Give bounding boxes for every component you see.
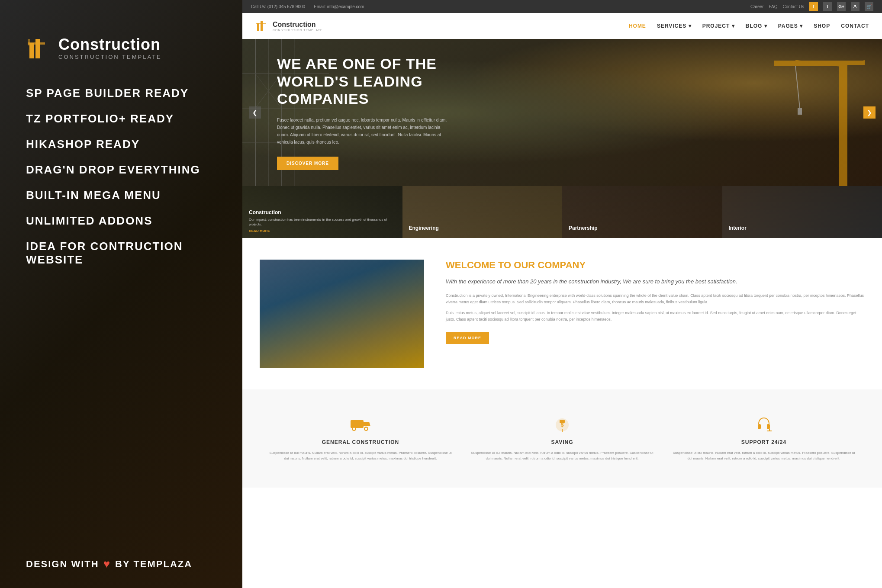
truck-icon (350, 415, 371, 433)
feature-card-2-title: Engineering (409, 225, 556, 231)
svg-rect-1 (35, 39, 40, 58)
footer-suffix: BY TEMPLAZA (115, 559, 192, 570)
feature-card-1-link[interactable]: READ MORE (249, 229, 396, 233)
hero-next-button[interactable]: ❯ (863, 106, 876, 119)
service-support: SUPPORT 24/24 Suspendisse ut dui mauris.… (663, 407, 865, 470)
topbar-email: Email: info@example.com (314, 4, 364, 9)
svg-rect-3 (28, 39, 30, 45)
topbar-right: Career FAQ Contact Us f t G+ 🛒 (750, 2, 873, 11)
svg-rect-21 (798, 108, 802, 115)
feature-card-partnership: Partnership (562, 186, 722, 238)
hero-description: Fusce laoreet nulla, pretium vel augue n… (277, 116, 450, 146)
nav-shop[interactable]: SHOP (814, 23, 830, 29)
feature-card-1-content: Construction Our impact: construction ha… (242, 204, 402, 238)
svg-rect-34 (767, 424, 770, 429)
nav-links: HOME SERVICES ▾ PROJECT ▾ BLOG ▾ PAGES ▾… (629, 23, 869, 29)
feature-card-interior: Interior (722, 186, 882, 238)
feature-7: IDEA FOR CONTRUCTION WEBSITE (26, 240, 216, 267)
services-section: GENERAL CONSTRUCTION Suspendisse ut dui … (242, 389, 882, 488)
svg-point-27 (353, 427, 355, 430)
welcome-heading: WELCOME TO OUR COMPANY (446, 260, 865, 271)
svg-point-4 (854, 5, 856, 6)
features-list: SP PAGE BUILDER READY TZ PORTFOLIO+ READ… (26, 87, 216, 267)
brand-text: Construction CONSTRUCTION TEMPLATE (58, 35, 162, 60)
service-3-text: Suspendisse ut dui mauris. Nullam erat v… (672, 450, 856, 462)
feature-5: BUILT-IN MEGA MENU (26, 189, 216, 202)
svg-text:$: $ (561, 422, 564, 428)
feature-2: TZ PORTFOLIO+ READY (26, 112, 216, 125)
nav-services[interactable]: SERVICES ▾ (657, 23, 692, 29)
svg-rect-17 (839, 61, 847, 186)
hero-title: WE ARE ONE OF THE WORLD'S LEADING COMPAN… (277, 55, 467, 108)
nav-contact[interactable]: CONTACT (841, 23, 869, 29)
service-3-title: SUPPORT 24/24 (672, 439, 856, 445)
main-navigation: Construction CONSTRUCTION TEMPLATE HOME … (242, 13, 882, 39)
footer-prefix: DESIGN WITH (26, 559, 99, 570)
twitter-icon[interactable]: t (823, 2, 832, 11)
svg-rect-33 (758, 424, 761, 429)
feature-card-2-content: Engineering (402, 220, 563, 238)
welcome-content: WELCOME TO OUR COMPANY With the experien… (446, 260, 865, 344)
nav-project[interactable]: PROJECT ▾ (702, 23, 735, 29)
google-icon[interactable]: G+ (837, 2, 846, 11)
svg-rect-5 (257, 23, 259, 31)
feature-cards-row: Construction Our impact: construction ha… (242, 186, 882, 238)
svg-rect-7 (256, 23, 266, 24)
nav-logo-text: Construction CONSTRUCTION TEMPLATE (273, 21, 323, 32)
svg-rect-2 (28, 42, 45, 45)
feature-6: UNLIMITED ADDONS (26, 214, 216, 228)
welcome-text-2: Duis lectus metus, aliquet vel laoreet v… (446, 310, 865, 323)
service-2-title: SAVING (470, 439, 654, 445)
feature-card-3-content: Partnership (562, 220, 722, 238)
feature-card-engineering: Engineering (402, 186, 563, 238)
welcome-heading-accent: OUR COMPANY (514, 260, 586, 270)
heart-icon: ♥ (103, 557, 111, 571)
welcome-image (260, 260, 424, 368)
welcome-read-more-button[interactable]: READ MORE (446, 332, 489, 344)
hero-discover-button[interactable]: DISCOVER MORE (277, 157, 338, 170)
svg-rect-0 (29, 43, 34, 58)
nav-logo-icon (255, 19, 269, 33)
service-1-text: Suspendisse ut dui mauris. Nullam erat v… (268, 450, 453, 462)
cart-icon[interactable]: 🛒 (865, 2, 873, 11)
nav-brand-sub: CONSTRUCTION TEMPLATE (273, 29, 323, 32)
nav-brand-name: Construction (273, 21, 323, 29)
feature-4: DRAG'N DROP EVERYTHING (26, 163, 216, 177)
topbar-faq[interactable]: FAQ (769, 4, 778, 9)
service-construction: GENERAL CONSTRUCTION Suspendisse ut dui … (260, 407, 461, 470)
hero-prev-button[interactable]: ❮ (249, 106, 261, 119)
topbar-phone: Call Us: (012) 345 678 9000 (251, 4, 305, 9)
footer-credit: DESIGN WITH ♥ BY TEMPLAZA (26, 557, 216, 571)
account-icon[interactable] (851, 2, 859, 11)
brand-subtitle: CONSTRUCTION TEMPLATE (58, 54, 162, 60)
topbar-left: Call Us: (012) 345 678 9000 Email: info@… (251, 4, 364, 9)
nav-home[interactable]: HOME (629, 23, 646, 29)
service-1-title: GENERAL CONSTRUCTION (268, 439, 453, 445)
feature-card-4-title: Interior (729, 225, 876, 231)
hero-crane-svg (709, 39, 882, 186)
svg-rect-24 (351, 420, 364, 428)
topbar-contact[interactable]: Contact Us (783, 4, 804, 9)
service-2-text: Suspendisse ut dui mauris. Nullam erat v… (470, 450, 654, 462)
nav-pages[interactable]: PAGES ▾ (778, 23, 803, 29)
facebook-icon[interactable]: f (809, 2, 818, 11)
feature-1: SP PAGE BUILDER READY (26, 87, 216, 100)
nav-logo: Construction CONSTRUCTION TEMPLATE (255, 19, 323, 33)
brand-logo: Construction CONSTRUCTION TEMPLATE (26, 35, 216, 61)
topbar: Call Us: (012) 345 678 9000 Email: info@… (242, 0, 882, 13)
hero-section: ❮ WE ARE ONE OF THE WORLD'S LEADING COMP… (242, 39, 882, 186)
nav-blog[interactable]: BLOG ▾ (746, 23, 767, 29)
svg-line-20 (795, 66, 800, 108)
brand-name: Construction (58, 35, 162, 54)
feature-card-3-title: Partnership (569, 225, 716, 231)
feature-3: HIKASHOP READY (26, 138, 216, 151)
left-panel: Construction CONSTRUCTION TEMPLATE SP PA… (0, 0, 242, 588)
service-saving: $ SAVING Suspendisse ut dui mauris. Null… (461, 407, 663, 470)
feature-card-1-title: Construction (249, 209, 396, 215)
welcome-tagline: With the experience of more than 20 year… (446, 277, 865, 286)
site-preview: Call Us: (012) 345 678 9000 Email: info@… (242, 0, 882, 588)
construction-logo-icon (26, 35, 52, 61)
topbar-career[interactable]: Career (750, 4, 764, 9)
hero-content: WE ARE ONE OF THE WORLD'S LEADING COMPAN… (242, 55, 502, 170)
welcome-section: WELCOME TO OUR COMPANY With the experien… (242, 238, 882, 389)
